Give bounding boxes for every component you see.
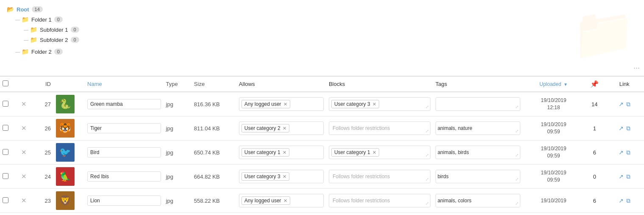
blocks-remove[interactable]: ✕	[372, 102, 376, 107]
copy-link-icon-27[interactable]: ⧉	[626, 101, 630, 108]
allows-wrap-26[interactable]: User category 2✕	[239, 121, 324, 135]
row-checkbox-24[interactable]	[3, 173, 8, 179]
row-link-25: ↗ ⧉	[605, 141, 644, 165]
copy-link-icon-25[interactable]: ⧉	[626, 149, 630, 156]
tags-expand-icon: ⤢	[515, 129, 519, 133]
tags-text-23: animals, colors	[438, 198, 472, 204]
blocks-wrap-24[interactable]: Follows folder restrictions⤢	[329, 170, 430, 183]
blocks-expand-icon: ⤢	[425, 105, 429, 109]
allows-wrap-25[interactable]: User category 1✕	[239, 146, 324, 159]
tree-item-root[interactable]: 📂 Root 14	[7, 4, 637, 14]
name-input-26[interactable]	[87, 123, 161, 133]
header-name[interactable]: Name	[85, 77, 164, 92]
blocks-wrap-26[interactable]: Follows folder restrictions⤢	[329, 121, 430, 135]
row-tags-23: animals, colors⤢	[433, 189, 523, 213]
tags-expand-icon: ⤢	[515, 105, 519, 109]
allows-pill: Any logged user✕	[242, 196, 290, 205]
count-27: 14	[591, 101, 597, 108]
tags-wrap-24[interactable]: birds⤢	[436, 170, 520, 183]
blocks-wrap-27[interactable]: User category 3✕⤢	[329, 97, 430, 111]
tags-wrap-26[interactable]: animals, nature⤢	[436, 121, 520, 135]
tree-subfolder2-label: Subfolder 2	[40, 37, 68, 43]
date-26: 19/10/201909:59	[525, 121, 582, 135]
tree-indent-folder2: — 📁 Folder 2 0	[15, 47, 637, 57]
row-checkbox-23[interactable]	[3, 197, 8, 203]
link-icons-26: ↗ ⧉	[607, 125, 641, 132]
copy-link-icon-23[interactable]: ⧉	[626, 197, 630, 204]
tree-item-folder1[interactable]: — 📁 Folder 1 0	[15, 14, 637, 25]
delete-button-24[interactable]: ✕	[19, 173, 28, 180]
external-link-icon-27[interactable]: ↗	[619, 101, 624, 108]
external-link-icon-23[interactable]: ↗	[619, 197, 624, 204]
row-blocks-23: Follows folder restrictions⤢	[326, 189, 433, 213]
tree-item-folder2[interactable]: — 📁 Folder 2 0	[15, 47, 637, 57]
tags-wrap-27[interactable]: ⤢	[436, 97, 520, 111]
external-link-icon-25[interactable]: ↗	[619, 149, 624, 156]
row-size-23: 558.22 KB	[192, 189, 236, 213]
table-row: ✕26🐯jpg811.04 KBUser category 2✕Follows …	[0, 116, 644, 141]
copy-link-icon-26[interactable]: ⧉	[626, 125, 630, 132]
row-size-26: 811.04 KB	[192, 116, 236, 141]
row-checkbox-25[interactable]	[3, 149, 8, 155]
delete-button-25[interactable]: ✕	[19, 149, 28, 156]
row-size-27: 816.36 KB	[192, 92, 236, 116]
tags-expand-icon: ⤢	[515, 201, 519, 206]
thumbnail-27: 🐍	[56, 95, 75, 113]
copy-link-icon-24[interactable]: ⧉	[626, 173, 630, 180]
count-26: 1	[593, 125, 596, 132]
row-checkbox-27[interactable]	[3, 101, 8, 107]
allows-wrap-24[interactable]: User category 3✕	[239, 170, 324, 183]
allows-remove[interactable]: ✕	[283, 198, 287, 204]
allows-wrap-27[interactable]: Any logged user✕	[239, 97, 324, 111]
row-allows-25: User category 1✕	[236, 141, 326, 165]
tags-wrap-23[interactable]: animals, colors⤢	[436, 194, 520, 207]
name-input-24[interactable]	[87, 171, 161, 182]
tree-item-subfolder2[interactable]: — 📁 Subfolder 2 0	[24, 35, 637, 45]
row-checkbox-26[interactable]	[3, 125, 8, 131]
folder-icon-folder1: 📁	[22, 16, 29, 23]
blocks-expand-icon: ⤢	[425, 201, 429, 206]
external-link-icon-24[interactable]: ↗	[619, 173, 624, 180]
dots-menu[interactable]: ···	[633, 63, 640, 72]
thumbnail-24: 🦜	[56, 167, 75, 186]
allows-remove[interactable]: ✕	[283, 126, 286, 131]
row-size-24: 664.82 KB	[192, 165, 236, 189]
tags-wrap-25[interactable]: animals, birds⤢	[436, 146, 520, 159]
delete-button-27[interactable]: ✕	[19, 100, 28, 108]
row-id-24: 24	[31, 165, 53, 189]
tree-folder2-label: Folder 2	[31, 49, 52, 55]
blocks-wrap-23[interactable]: Follows folder restrictions⤢	[329, 194, 430, 207]
blocks-wrap-25[interactable]: User category 1✕⤢	[329, 146, 430, 159]
row-type-27: jpg	[164, 92, 192, 116]
allows-remove[interactable]: ✕	[283, 150, 286, 155]
link-icons-27: ↗ ⧉	[607, 101, 641, 108]
tree-folder1-badge: 0	[54, 17, 63, 22]
tree-folder1-label: Folder 1	[31, 17, 52, 23]
name-input-27[interactable]	[87, 99, 161, 109]
uploaded-label: Uploaded	[539, 81, 561, 87]
link-icons-25: ↗ ⧉	[607, 149, 641, 156]
name-input-25[interactable]	[87, 147, 161, 157]
tree-item-subfolder1[interactable]: — 📁 Subfolder 1 0	[24, 25, 637, 35]
delete-button-23[interactable]: ✕	[19, 197, 28, 204]
allows-wrap-23[interactable]: Any logged user✕	[239, 194, 324, 207]
folder-icon-subfolder1: 📁	[30, 26, 37, 33]
sort-arrow-icon: ▼	[564, 82, 568, 87]
row-uploaded-25: 19/10/201909:59	[523, 141, 585, 165]
header-allows: Allows	[236, 77, 326, 92]
blocks-remove[interactable]: ✕	[372, 150, 376, 155]
allows-remove[interactable]: ✕	[283, 102, 287, 107]
row-allows-24: User category 3✕	[236, 165, 326, 189]
allows-remove[interactable]: ✕	[283, 174, 286, 179]
external-link-icon-26[interactable]: ↗	[619, 125, 624, 132]
blocks-pill: User category 1✕	[331, 148, 379, 157]
folder-icon-subfolder2: 📁	[30, 36, 37, 43]
name-input-23[interactable]	[87, 196, 161, 206]
blocks-placeholder-26: Follows folder restrictions	[331, 124, 391, 132]
date-25: 19/10/201909:59	[525, 145, 582, 160]
header-uploaded[interactable]: Uploaded ▼	[523, 77, 585, 92]
select-all-checkbox[interactable]	[3, 80, 8, 86]
connector-subfolder2: —	[24, 37, 28, 42]
delete-button-26[interactable]: ✕	[19, 124, 28, 132]
blocks-placeholder-23: Follows folder restrictions	[331, 197, 391, 204]
